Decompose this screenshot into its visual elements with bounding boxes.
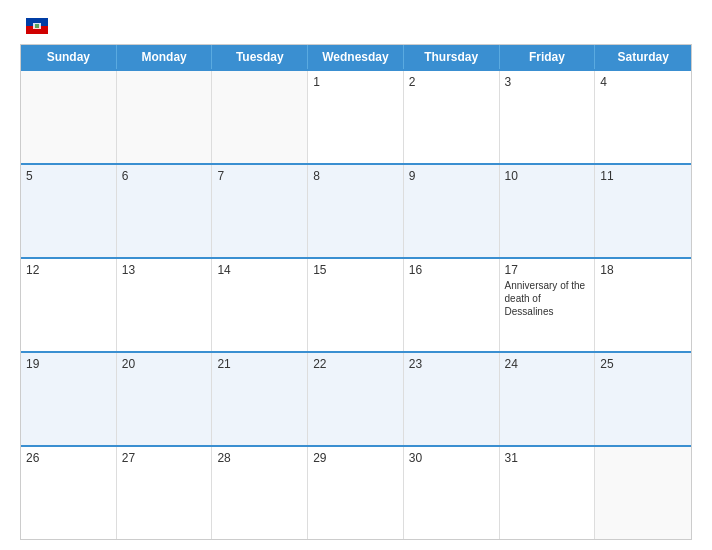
- day-number: 26: [26, 451, 111, 465]
- day-cell: 12: [21, 259, 117, 351]
- day-number: 18: [600, 263, 686, 277]
- day-number: 30: [409, 451, 494, 465]
- day-cell: 25: [595, 353, 691, 445]
- day-cell: 19: [21, 353, 117, 445]
- day-number: 25: [600, 357, 686, 371]
- day-number: 8: [313, 169, 398, 183]
- calendar-body: 1234567891011121314151617Anniversary of …: [21, 69, 691, 539]
- day-cell: 23: [404, 353, 500, 445]
- day-cell: 21: [212, 353, 308, 445]
- day-number: 13: [122, 263, 207, 277]
- day-cell: [117, 71, 213, 163]
- day-cell: 22: [308, 353, 404, 445]
- day-cell: 1: [308, 71, 404, 163]
- week-row-0: 1234: [21, 69, 691, 163]
- calendar: Sunday Monday Tuesday Wednesday Thursday…: [20, 44, 692, 540]
- day-cell: 13: [117, 259, 213, 351]
- day-number: 14: [217, 263, 302, 277]
- day-number: 11: [600, 169, 686, 183]
- week-row-4: 262728293031: [21, 445, 691, 539]
- day-number: 28: [217, 451, 302, 465]
- day-number: 24: [505, 357, 590, 371]
- page: Sunday Monday Tuesday Wednesday Thursday…: [0, 0, 712, 550]
- svg-rect-3: [35, 24, 39, 28]
- day-cell: 10: [500, 165, 596, 257]
- day-cell: 9: [404, 165, 500, 257]
- day-cell: 16: [404, 259, 500, 351]
- holiday-label: Anniversary of the death of Dessalines: [505, 279, 590, 318]
- day-cell: 17Anniversary of the death of Dessalines: [500, 259, 596, 351]
- day-saturday: Saturday: [595, 45, 691, 69]
- day-cell: [212, 71, 308, 163]
- day-number: 29: [313, 451, 398, 465]
- day-number: 10: [505, 169, 590, 183]
- day-number: 23: [409, 357, 494, 371]
- day-number: 6: [122, 169, 207, 183]
- day-cell: 29: [308, 447, 404, 539]
- day-cell: 27: [117, 447, 213, 539]
- week-row-2: 121314151617Anniversary of the death of …: [21, 257, 691, 351]
- day-number: 5: [26, 169, 111, 183]
- day-sunday: Sunday: [21, 45, 117, 69]
- day-number: 27: [122, 451, 207, 465]
- day-cell: 28: [212, 447, 308, 539]
- day-friday: Friday: [500, 45, 596, 69]
- day-number: 3: [505, 75, 590, 89]
- day-number: 31: [505, 451, 590, 465]
- day-cell: 20: [117, 353, 213, 445]
- day-number: 17: [505, 263, 590, 277]
- day-number: 1: [313, 75, 398, 89]
- day-number: 12: [26, 263, 111, 277]
- day-number: 2: [409, 75, 494, 89]
- flag-icon: [26, 18, 48, 34]
- logo: [20, 18, 48, 34]
- week-row-3: 19202122232425: [21, 351, 691, 445]
- day-cell: 11: [595, 165, 691, 257]
- day-cell: 2: [404, 71, 500, 163]
- day-thursday: Thursday: [404, 45, 500, 69]
- day-cell: 31: [500, 447, 596, 539]
- day-cell: 8: [308, 165, 404, 257]
- day-cell: 26: [21, 447, 117, 539]
- day-cell: 30: [404, 447, 500, 539]
- day-cell: 14: [212, 259, 308, 351]
- day-monday: Monday: [117, 45, 213, 69]
- day-number: 20: [122, 357, 207, 371]
- day-number: 19: [26, 357, 111, 371]
- day-cell: 5: [21, 165, 117, 257]
- day-number: 4: [600, 75, 686, 89]
- day-cell: [595, 447, 691, 539]
- day-cell: 18: [595, 259, 691, 351]
- day-cell: [21, 71, 117, 163]
- day-number: 15: [313, 263, 398, 277]
- day-cell: 6: [117, 165, 213, 257]
- day-cell: 24: [500, 353, 596, 445]
- calendar-day-names: Sunday Monday Tuesday Wednesday Thursday…: [21, 45, 691, 69]
- day-tuesday: Tuesday: [212, 45, 308, 69]
- day-number: 16: [409, 263, 494, 277]
- day-cell: 15: [308, 259, 404, 351]
- day-wednesday: Wednesday: [308, 45, 404, 69]
- day-number: 21: [217, 357, 302, 371]
- day-number: 9: [409, 169, 494, 183]
- week-row-1: 567891011: [21, 163, 691, 257]
- day-number: 7: [217, 169, 302, 183]
- calendar-header-bar: [20, 18, 692, 34]
- day-cell: 3: [500, 71, 596, 163]
- day-number: 22: [313, 357, 398, 371]
- day-cell: 4: [595, 71, 691, 163]
- day-cell: 7: [212, 165, 308, 257]
